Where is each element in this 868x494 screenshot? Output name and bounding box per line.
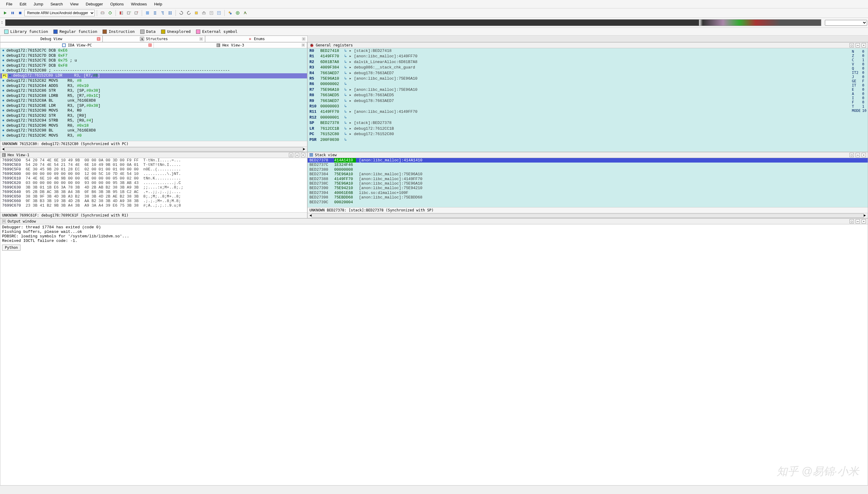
navigation-overview[interactable]	[5, 19, 821, 26]
stack-row[interactable]: BED2738C75E96A10[anon:libc_malloc]:75E96…	[308, 181, 868, 186]
register-row[interactable]: R600000002↳	[308, 81, 868, 87]
stack-view[interactable]: BED27378414A1410[anon:libc_malloc]:414A1…	[308, 158, 868, 207]
stack-row[interactable]: BED2739875EBDD68[anon:libc_malloc]:75EBD…	[308, 195, 868, 200]
restore-icon[interactable]: ▭	[856, 219, 860, 224]
register-row[interactable]: R87663AED5↳▸ debug178:7663AED5	[308, 93, 868, 98]
tb-btn-6[interactable]	[144, 10, 151, 16]
hex-row[interactable]: 7699C620 03 00 00 00 00 00 00 00 93 00 0…	[0, 180, 307, 185]
stack-row[interactable]: BED2738475E96A10[anon:libc_malloc]:75E96…	[308, 172, 868, 176]
tb-btn-13[interactable]	[200, 10, 207, 16]
menu-help[interactable]: Help	[151, 1, 166, 7]
python-button[interactable]: Python	[2, 245, 20, 251]
tb-btn-12[interactable]	[193, 10, 200, 16]
hex-row[interactable]: 7699C5F0 6E 30 45 9B 20 01 28 EC 02 00 0…	[0, 167, 307, 172]
asm-line[interactable]: ●debug172:76152C84 ADDS R3, #0x10	[0, 83, 307, 89]
hex-row[interactable]: 7699C600 00 00 00 00 09 00 00 00 12 00 5…	[0, 172, 307, 176]
tb-btn-3[interactable]	[118, 10, 124, 16]
asm-line[interactable]: ●debug172:76152C94 STRB R5, [R0,#4]	[0, 118, 307, 124]
register-row[interactable]: R0BED27418↳▸ [stack]:BED27418	[308, 48, 868, 54]
restore-icon[interactable]: ▭	[295, 153, 299, 157]
menu-search[interactable]: Search	[47, 1, 66, 7]
asm-line[interactable]: ●debug172:76152C92 STR R3, [R0]	[0, 113, 307, 118]
register-row[interactable]: R34009F384↳▸ debug086:__stack_chk_guard	[308, 65, 868, 70]
register-row[interactable]: R775E96A10↳▸ [anon:libc_malloc]:75E96A10	[308, 87, 868, 93]
close-icon[interactable]: ×	[148, 43, 152, 47]
minimize-icon[interactable]: □	[289, 153, 293, 157]
hex-row[interactable]: 7699C670 23 3B 41 B2 9B 3B A4 3B A9 3A A…	[0, 203, 307, 208]
tb-btn-16[interactable]	[227, 10, 233, 16]
hex-row[interactable]: 7699C610 74 4E 6E 10 4B 9B 00 00 0E 00 0…	[0, 176, 307, 180]
menu-debugger[interactable]: Debugger	[82, 1, 107, 7]
register-row[interactable]: PC76152C80↳▸ debug172:76152C80	[308, 132, 868, 137]
hex-row[interactable]: 7699C660 9F 3B B3 3B 19 3B 4D 2B AA B2 3…	[0, 199, 307, 203]
hex-row[interactable]: 7699C650 38 3B 9F 3B 4D 3B A3 B2 38 3B 4…	[0, 194, 307, 199]
asm-line[interactable]: ●debug172:76152C80 ; -------------------…	[0, 68, 307, 73]
tb-btn-5[interactable]	[133, 10, 140, 16]
asm-line[interactable]: ●debug172:76152C7C DCB 0xE6	[0, 48, 307, 53]
register-row[interactable]: R97663AED7↳▸ debug178:7663AED7	[308, 98, 868, 104]
registers-view[interactable]: R0BED27418↳▸ [stack]:BED27418R14149FF70↳…	[308, 48, 868, 152]
tb-btn-10[interactable]	[178, 10, 185, 16]
asm-line[interactable]: ●debug172:76152C86 STR R3, [SP,#0x38]	[0, 88, 307, 94]
menu-windows[interactable]: Windows	[127, 1, 151, 7]
close-icon[interactable]: ×	[302, 43, 305, 47]
register-row[interactable]: LR7612CC1B↳▸ debug172:7612CC1B	[308, 126, 868, 132]
stack-row[interactable]: BED2739C00020004	[308, 200, 868, 205]
tb-btn-7[interactable]	[152, 10, 158, 16]
tb-btn-17[interactable]	[234, 10, 241, 16]
menu-file[interactable]: File	[2, 1, 16, 7]
register-row[interactable]: R1000000003↳	[308, 104, 868, 109]
hex-row[interactable]: 7699C630 3B 3B 01 1B E6 3A 78 3B 4D 2B A…	[0, 185, 307, 190]
stack-row[interactable]: BED273884149FF70[anon:libc_malloc]:4149F…	[308, 177, 868, 181]
close-icon[interactable]: ×	[302, 37, 306, 41]
asm-line[interactable]: ●debug172:76152C90 MOVS R4, R0	[0, 108, 307, 113]
disassembly-view[interactable]: ●debug172:76152C7C DCB 0xE6●debug172:761…	[0, 48, 307, 141]
asm-line[interactable]: ●debug172:76152C7D DCB 0xF7	[0, 53, 307, 58]
tab-debugview[interactable]: Debug View×	[0, 36, 102, 42]
register-row[interactable]: R26D81B7A8↳▸ dalvik_LinearAlloc:6D81B7A8	[308, 59, 868, 65]
asm-line[interactable]: ●debug172:76152C8A BL unk_7616E8D8	[0, 98, 307, 103]
hex-view[interactable]: 7699C5D0 54 20 74 4E 6E 10 49 9B 00 00 0…	[0, 158, 307, 212]
tb-btn-15[interactable]	[216, 10, 222, 16]
register-row[interactable]: SPBED27378↳▸ [stack]:BED27378	[308, 120, 868, 126]
menu-jump[interactable]: Jump	[30, 1, 47, 7]
asm-line[interactable]: ●debug172:76152C88 LDRB R5, [R7,#0x1C]	[0, 94, 307, 99]
tab-structures[interactable]: AStructures×	[102, 36, 205, 42]
tb-btn-2[interactable]	[107, 10, 113, 16]
tb-btn-8[interactable]	[159, 10, 166, 16]
debugger-select[interactable]: Remote ARM Linux/Android debugger	[24, 10, 95, 16]
restore-icon[interactable]: ▭	[856, 153, 860, 157]
asm-line[interactable]: ●debug172:76152C7E DCB 0x75 ; u	[0, 58, 307, 63]
stack-row[interactable]: BED2739075E94210[anon:libc_malloc]:75E94…	[308, 186, 868, 190]
hex-row[interactable]: 7699C5E0 54 20 74 4E 54 21 74 4E 6E 10 4…	[0, 163, 307, 167]
minimize-icon[interactable]: □	[850, 153, 854, 157]
register-row[interactable]: PSR200F0030↳	[308, 137, 868, 142]
close-icon[interactable]: ×	[199, 37, 203, 41]
tb-btn-9[interactable]	[167, 10, 173, 16]
hex-row[interactable]: 7699C640 95 2B DB AC 3B 3B A4 3B 0F B6 3…	[0, 190, 307, 194]
close-icon[interactable]: ×	[862, 153, 866, 157]
register-row[interactable]: R1200000001↳	[308, 115, 868, 120]
tb-btn-1[interactable]	[99, 10, 106, 16]
asm-line[interactable]: ●debug172:76152C8E LDR R3, [SP,#0x38]	[0, 103, 307, 109]
stack-row[interactable]: BED2738000000008	[308, 167, 868, 172]
restore-icon[interactable]: ▭	[856, 43, 860, 48]
register-row[interactable]: R14149FF70↳▸ [anon:libc_malloc]:4149FF70	[308, 54, 868, 59]
minimize-icon[interactable]: □	[850, 43, 854, 48]
asm-line[interactable]: ●debug172:76152C7F DCB 0xF8	[0, 63, 307, 69]
register-row[interactable]: R114149FF70↳▸ [anon:libc_malloc]:4149FF7…	[308, 109, 868, 115]
minimize-icon[interactable]: □	[850, 219, 854, 224]
close-icon[interactable]: ×	[301, 153, 305, 157]
asm-line[interactable]: ●debug172:76152C9C MOVS R3, #0	[0, 133, 307, 138]
stack-row[interactable]: BED2739440061E6Blibc.so:dlmalloc+109F	[308, 191, 868, 195]
stop-button[interactable]	[17, 10, 23, 16]
overview-select[interactable]	[825, 20, 867, 26]
output-view[interactable]: Debugger: thread 17784 has exited (code …	[0, 224, 868, 244]
tab-enums[interactable]: ≡Enums×	[205, 36, 308, 42]
close-icon[interactable]: ×	[862, 43, 866, 48]
register-row[interactable]: R47663AED7↳▸ debug178:7663AED7	[308, 71, 868, 76]
menu-edit[interactable]: Edit	[16, 1, 30, 7]
tb-btn-14[interactable]	[208, 10, 215, 16]
run-button[interactable]	[2, 10, 8, 16]
menu-view[interactable]: View	[66, 1, 82, 7]
